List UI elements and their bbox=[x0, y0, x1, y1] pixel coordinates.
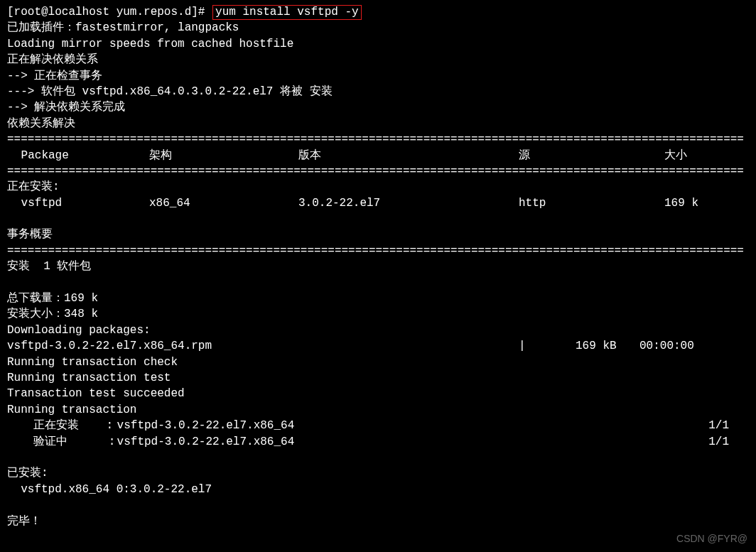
divider-line: ========================================… bbox=[7, 131, 749, 147]
col-header-repo: 源 bbox=[519, 148, 664, 163]
col-header-size: 大小 bbox=[664, 148, 728, 163]
download-progress-line: vsftpd-3.0.2-22.el7.x86_64.rpm | 169 kB … bbox=[7, 338, 749, 354]
output-line: 正在解决依赖关系 bbox=[7, 52, 749, 67]
output-line: --> 正在检查事务 bbox=[7, 68, 749, 84]
installed-package: vsftpd.x86_64 0:3.0.2-22.el7 bbox=[7, 482, 749, 497]
transaction-line: Running transaction test bbox=[7, 370, 749, 386]
col-header-arch: 架构 bbox=[149, 148, 298, 163]
output-line: Loading mirror speeds from cached hostfi… bbox=[7, 36, 749, 52]
progress-bar-icon: | bbox=[519, 338, 576, 354]
step-package: vsftpd-3.0.2-22.el7.x86_64 bbox=[110, 418, 706, 433]
col-header-package: Package bbox=[7, 148, 149, 163]
installing-section-label: 正在安装: bbox=[7, 179, 749, 195]
install-size: 安装大小：348 k bbox=[7, 306, 749, 322]
terminal-prompt-line[interactable]: [root@localhost yum.repos.d]# yum instal… bbox=[7, 4, 749, 20]
blank-line bbox=[7, 211, 749, 227]
verify-step-row: 验证中 : vsftpd-3.0.2-22.el7.x86_64 1/1 bbox=[7, 434, 749, 450]
summary-label: 事务概要 bbox=[7, 227, 749, 242]
command-highlight: yum install vsftpd -y bbox=[212, 5, 362, 20]
step-count: 1/1 bbox=[706, 434, 749, 450]
transaction-line: Transaction test succeeded bbox=[7, 386, 749, 401]
step-package: vsftpd-3.0.2-22.el7.x86_64 bbox=[110, 434, 706, 450]
transaction-line: Running transaction check bbox=[7, 355, 749, 370]
transaction-line: Running transaction bbox=[7, 402, 749, 418]
divider-line: ========================================… bbox=[7, 243, 749, 259]
install-step-row: 正在安装 : vsftpd-3.0.2-22.el7.x86_64 1/1 bbox=[7, 418, 749, 433]
downloading-label: Downloading packages: bbox=[7, 323, 749, 338]
blank-line bbox=[7, 450, 749, 465]
done-label: 完毕！ bbox=[7, 514, 749, 529]
table-header-row: Package 架构 版本 源 大小 bbox=[7, 148, 749, 163]
cell-version: 3.0.2-22.el7 bbox=[298, 195, 519, 211]
output-line: 依赖关系解决 bbox=[7, 116, 749, 131]
watermark-text: CSDN @FYR@ bbox=[676, 532, 747, 546]
output-line: --> 解决依赖关系完成 bbox=[7, 99, 749, 115]
total-download: 总下载量：169 k bbox=[7, 291, 749, 306]
step-label: 正在安装 : bbox=[7, 418, 110, 433]
cell-arch: x86_64 bbox=[149, 195, 298, 211]
download-size: 169 kB bbox=[576, 338, 639, 354]
blank-line bbox=[7, 275, 749, 291]
shell-prompt: [root@localhost yum.repos.d]# bbox=[7, 4, 212, 20]
install-count: 安装 1 软件包 bbox=[7, 259, 749, 274]
step-label: 验证中 : bbox=[7, 434, 110, 450]
output-line: 已加载插件：fastestmirror, langpacks bbox=[7, 20, 749, 36]
blank-line bbox=[7, 497, 749, 513]
installed-label: 已安装: bbox=[7, 465, 749, 481]
output-line: ---> 软件包 vsftpd.x86_64.0.3.0.2-22.el7 将被… bbox=[7, 84, 749, 99]
cell-package: vsftpd bbox=[7, 195, 149, 211]
divider-line: ========================================… bbox=[7, 163, 749, 179]
col-header-version: 版本 bbox=[298, 148, 519, 163]
download-file: vsftpd-3.0.2-22.el7.x86_64.rpm bbox=[7, 338, 519, 354]
cell-size: 169 k bbox=[664, 195, 728, 211]
cell-repo: http bbox=[519, 195, 664, 211]
download-time: 00:00:00 bbox=[639, 338, 711, 354]
package-row: vsftpd x86_64 3.0.2-22.el7 http 169 k bbox=[7, 195, 749, 211]
step-count: 1/1 bbox=[706, 418, 749, 433]
